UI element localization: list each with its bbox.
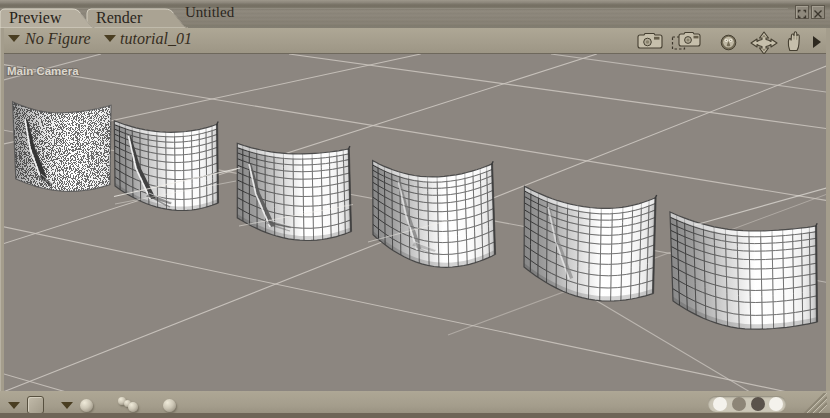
svg-text:Preview: Preview — [9, 9, 62, 26]
svg-text:Main Camera: Main Camera — [7, 65, 79, 77]
svg-text:Render: Render — [96, 9, 143, 26]
